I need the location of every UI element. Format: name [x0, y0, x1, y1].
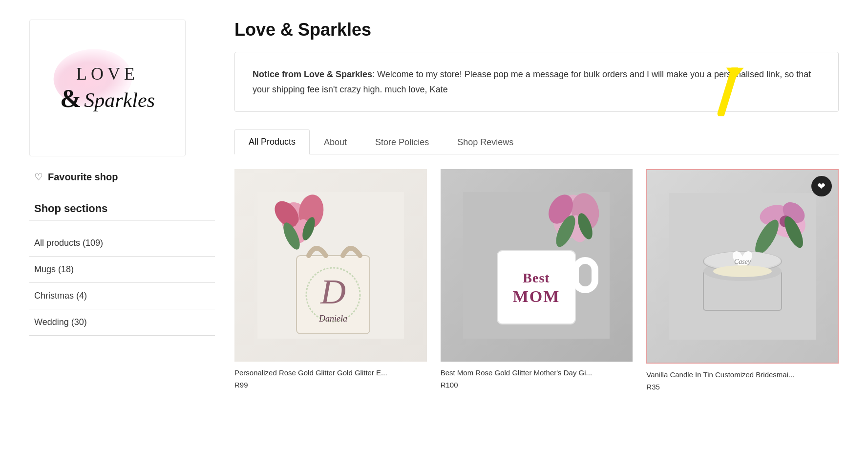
product-name-mug: Best Mom Rose Gold Glitter Mother's Day … — [441, 367, 633, 378]
heart-outline-icon: ♡ — [34, 171, 43, 183]
logo-love-text: LOVE — [60, 64, 155, 84]
candle-illustration: Casey — [669, 193, 816, 340]
product-price-tote: R99 — [234, 381, 427, 389]
svg-text:MOM: MOM — [513, 287, 560, 305]
yellow-arrow-icon — [701, 67, 760, 116]
product-name-candle: Vanilla Candle In Tin Customized Bridesm… — [646, 369, 839, 380]
tab-shop-reviews[interactable]: Shop Reviews — [443, 130, 528, 154]
svg-point-37 — [713, 265, 772, 277]
svg-text:Casey: Casey — [734, 258, 751, 265]
products-grid: D Daniela Personalized Rose Gold Glitter… — [234, 169, 839, 391]
product-image-tote: D Daniela — [234, 169, 427, 362]
product-card-candle[interactable]: Casey ❤ Vanilla Candle In Tin Customized… — [646, 169, 839, 391]
product-card-mug[interactable]: Best MOM Best Mom Rose Gold Glitter Moth… — [441, 169, 633, 391]
tabs-bar: All Products About Store Policies Shop R… — [234, 130, 839, 154]
notice-prefix: Notice from Love & Sparkles — [253, 69, 372, 79]
logo-ampersand: & — [60, 84, 81, 113]
main-content: Love & Sparkles Notice from Love & Spark… — [234, 20, 839, 455]
shop-sections-title: Shop sections — [29, 202, 215, 215]
product-price-candle: R35 — [646, 383, 839, 391]
logo-text-group: LOVE &Sparkles — [60, 64, 155, 113]
wishlist-button[interactable]: ❤ — [811, 176, 832, 196]
shop-logo: LOVE &Sparkles — [29, 20, 186, 156]
logo-sparkles-text: Sparkles — [84, 88, 155, 112]
notice-box: Notice from Love & Sparkles: Welcome to … — [234, 52, 839, 112]
tab-all-products[interactable]: All Products — [234, 130, 310, 154]
svg-text:D: D — [320, 272, 346, 311]
product-image-candle: Casey ❤ — [646, 169, 839, 364]
tab-about[interactable]: About — [310, 130, 361, 154]
shop-sections: Shop sections All products (109) Mugs (1… — [29, 202, 215, 336]
product-price-mug: R100 — [441, 381, 633, 389]
shop-title: Love & Sparkles — [234, 20, 839, 40]
svg-line-0 — [705, 69, 751, 114]
product-card-tote[interactable]: D Daniela Personalized Rose Gold Glitter… — [234, 169, 427, 391]
sections-divider — [29, 220, 215, 220]
product-image-mug: Best MOM — [441, 169, 633, 362]
sidebar: LOVE &Sparkles ♡ Favourite shop Shop sec… — [29, 20, 215, 455]
section-item-christmas[interactable]: Christmas (4) — [29, 283, 215, 309]
section-item-wedding[interactable]: Wedding (30) — [29, 309, 215, 336]
favourite-shop-button[interactable]: ♡ Favourite shop — [29, 171, 215, 183]
tab-store-policies[interactable]: Store Policies — [361, 130, 443, 154]
svg-text:Daniela: Daniela — [318, 314, 347, 324]
svg-text:Best: Best — [523, 270, 550, 285]
product-name-tote: Personalized Rose Gold Glitter Gold Glit… — [234, 367, 427, 378]
favourite-shop-label: Favourite shop — [48, 172, 118, 183]
section-item-all-products[interactable]: All products (109) — [29, 230, 215, 257]
mug-illustration: Best MOM — [463, 192, 610, 339]
heart-filled-icon: ❤ — [817, 180, 826, 192]
tote-bag-illustration: D Daniela — [257, 192, 404, 339]
section-item-mugs[interactable]: Mugs (18) — [29, 257, 215, 283]
